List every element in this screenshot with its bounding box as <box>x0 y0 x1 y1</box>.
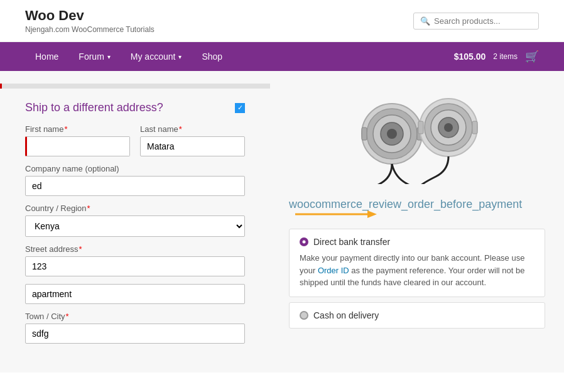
payment-option-cod-label: Cash on delivery <box>313 310 379 320</box>
right-column: woocommerce_review_order_before_payment … <box>270 71 564 373</box>
last-name-label: Last name* <box>140 124 245 134</box>
ship-address-title: Ship to a different address? <box>25 101 163 114</box>
payment-option-bank-description: Make your payment directly into our bank… <box>300 252 534 289</box>
nav-item-home[interactable]: Home <box>25 42 68 71</box>
company-field: Company name (optional) <box>25 164 245 196</box>
hook-label: woocommerce_review_order_before_payment <box>289 198 522 210</box>
country-label: Country / Region* <box>25 204 245 213</box>
ship-address-checkbox[interactable]: ✓ <box>235 103 245 113</box>
payment-option-bank-label: Direct bank transfer <box>313 237 390 247</box>
site-branding: Woo Dev Njengah.com WooCommerce Tutorial… <box>25 8 155 34</box>
site-title: Woo Dev <box>25 8 155 24</box>
radio-unselected-icon <box>300 311 308 320</box>
nav-item-myaccount[interactable]: My account ▾ <box>121 42 192 71</box>
apartment-input[interactable] <box>25 284 245 304</box>
search-input[interactable] <box>434 16 532 26</box>
nav-item-forum[interactable]: Forum ▾ <box>68 42 120 71</box>
city-input[interactable] <box>25 324 245 344</box>
chevron-down-icon: ▾ <box>178 53 182 60</box>
payment-option-bank[interactable]: Direct bank transfer Make your payment d… <box>289 229 545 297</box>
country-field: Country / Region* Kenya Uganda Tanzania <box>25 204 245 237</box>
nav-right: $105.00 2 items 🛒 <box>454 50 539 63</box>
city-label: Town / City* <box>25 312 245 321</box>
search-box[interactable]: 🔍 <box>413 13 539 30</box>
company-input[interactable] <box>25 176 245 196</box>
cart-amount: $105.00 <box>454 52 486 62</box>
nav-left: Home Forum ▾ My account ▾ Shop <box>25 42 232 71</box>
svg-rect-12 <box>418 121 423 134</box>
ship-address-section: Ship to a different address? ✓ <box>25 101 245 114</box>
first-name-input[interactable] <box>25 136 130 156</box>
product-image <box>348 84 486 184</box>
name-row: First name* Last name* <box>25 124 245 164</box>
nav-item-shop[interactable]: Shop <box>192 42 232 71</box>
main-content: Ship to a different address? ✓ First nam… <box>0 71 564 373</box>
company-label: Company name (optional) <box>25 164 245 173</box>
last-name-field: Last name* <box>140 124 245 156</box>
site-header: Woo Dev Njengah.com WooCommerce Tutorial… <box>0 0 564 42</box>
first-name-label: First name* <box>25 124 130 134</box>
payment-option-cod[interactable]: Cash on delivery <box>289 302 545 329</box>
apartment-field <box>25 284 245 304</box>
site-navigation: Home Forum ▾ My account ▾ Shop $105.00 2… <box>0 42 564 71</box>
first-name-field: First name* <box>25 124 130 156</box>
radio-selected-icon <box>300 237 308 246</box>
chevron-down-icon: ▾ <box>107 53 111 60</box>
svg-point-4 <box>387 129 397 139</box>
payment-options: Direct bank transfer Make your payment d… <box>289 229 545 329</box>
last-name-input[interactable] <box>140 136 245 156</box>
cart-icon[interactable]: 🛒 <box>525 50 539 63</box>
street-input[interactable] <box>25 256 245 276</box>
site-tagline: Njengah.com WooCommerce Tutorials <box>25 25 155 34</box>
svg-marker-15 <box>367 210 377 218</box>
product-image-container <box>289 84 545 184</box>
street-label: Street address* <box>25 244 245 254</box>
left-column: Ship to a different address? ✓ First nam… <box>0 71 270 373</box>
svg-point-11 <box>444 123 453 132</box>
payment-option-bank-header: Direct bank transfer <box>300 237 534 247</box>
hook-label-container: woocommerce_review_order_before_payment <box>289 197 545 221</box>
payment-option-cod-header: Cash on delivery <box>300 310 534 320</box>
svg-rect-5 <box>362 128 367 140</box>
order-id-link[interactable]: Order ID <box>318 266 349 275</box>
city-field: Town / City* <box>25 312 245 344</box>
svg-rect-13 <box>472 121 477 134</box>
country-select[interactable]: Kenya Uganda Tanzania <box>25 215 245 237</box>
search-icon: 🔍 <box>420 16 430 26</box>
street-field: Street address* <box>25 244 245 276</box>
cart-count: 2 items <box>493 52 518 61</box>
